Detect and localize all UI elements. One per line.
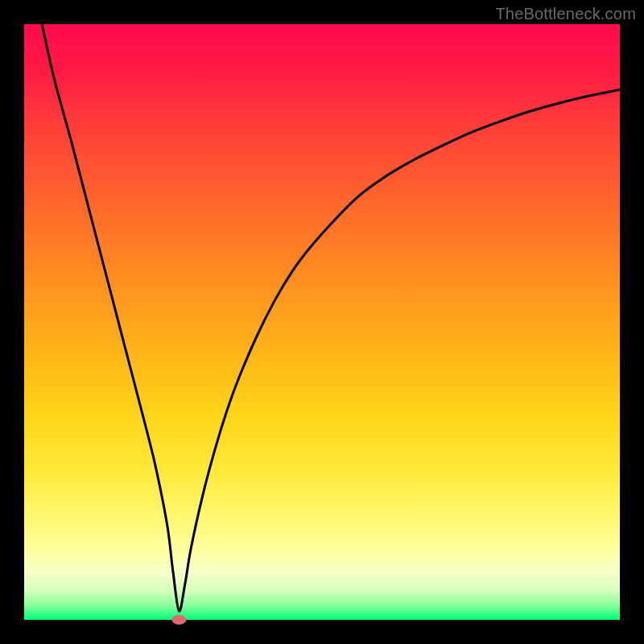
bottleneck-curve [42, 24, 620, 611]
curve-layer [24, 24, 620, 620]
watermark-text: TheBottleneck.com [495, 5, 636, 23]
minimum-marker [171, 615, 186, 625]
plot-area [24, 24, 620, 620]
chart-frame: TheBottleneck.com [0, 0, 644, 644]
